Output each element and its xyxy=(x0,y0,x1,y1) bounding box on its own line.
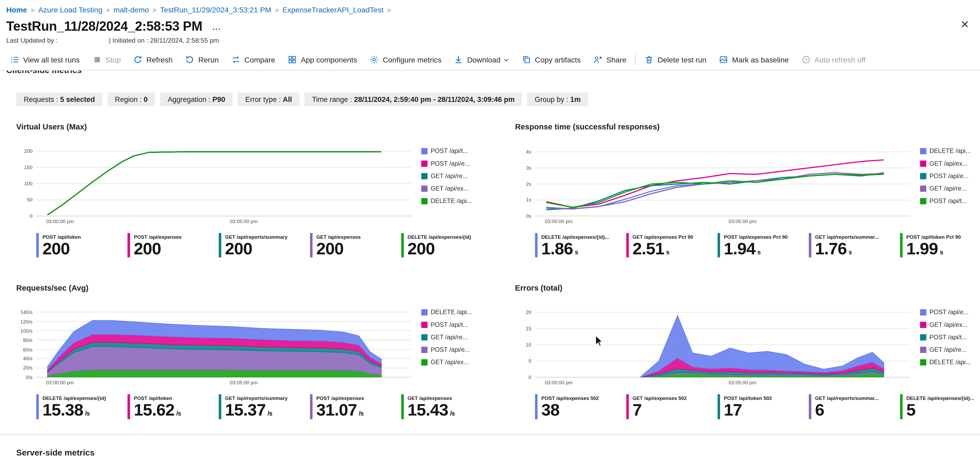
breadcrumb-link-home[interactable]: Home xyxy=(6,6,27,14)
y-tick-label: 0 xyxy=(528,375,531,380)
last-updated-label: Last Updated by : xyxy=(6,36,58,44)
stat-value: 200 xyxy=(225,240,288,258)
legend-item-post-api-e[interactable]: POST /api/e... xyxy=(421,347,479,353)
toolbar-app-components[interactable]: App components xyxy=(282,49,363,70)
legend-item-get-api-re[interactable]: GET /api/re... xyxy=(920,185,978,192)
toolbar-compare[interactable]: Compare xyxy=(225,49,282,70)
chart-canvas-svg xyxy=(36,146,411,216)
chart-canvas xyxy=(535,308,910,377)
legend-item-delete-api[interactable]: DELETE /api... xyxy=(421,309,479,316)
stat-body: GET /api/reports/summary200 xyxy=(225,233,288,258)
filter-pill-aggregation[interactable]: Aggregation : P90 xyxy=(160,92,233,106)
legend-item-get-api-re[interactable]: GET /api/re... xyxy=(920,347,978,353)
legend-item-delete-api[interactable]: DELETE /api... xyxy=(920,359,978,366)
close-button[interactable]: × xyxy=(958,19,971,30)
more-options-button[interactable]: ... xyxy=(212,22,221,32)
legend-label: POST /api/t... xyxy=(431,321,468,328)
toolbar-stop: Stop xyxy=(86,49,127,70)
toolbar-rerun[interactable]: Rerun xyxy=(179,49,225,70)
toolbar-delete-test-run[interactable]: Delete test run xyxy=(638,49,713,70)
filter-value: P90 xyxy=(212,95,225,103)
y-tick-label: 0/s xyxy=(26,375,33,380)
stat-color-bar xyxy=(535,233,538,258)
stat-body: GET /api/reports/summar...1.76s xyxy=(815,233,878,258)
legend-swatch xyxy=(421,160,428,167)
download-icon xyxy=(454,55,463,64)
filter-label: Requests : xyxy=(24,95,60,103)
stat-color-bar xyxy=(718,394,720,419)
refresh-icon xyxy=(133,55,142,64)
filter-pill-group-by[interactable]: Group by : 1m xyxy=(527,92,588,106)
legend-item-post-api-t[interactable]: POST /api/t... xyxy=(421,148,479,154)
stat-card-get-api-expenses: GET /api/expenses15.43/s xyxy=(401,394,479,419)
legend-item-get-api-ex[interactable]: GET /api/ex... xyxy=(920,321,978,328)
legend-swatch xyxy=(920,347,926,353)
stat-unit: /s xyxy=(359,410,363,417)
stat-card-post-api-expenses-502: POST /api/expenses 50238 xyxy=(535,394,613,419)
filter-label: Group by : xyxy=(535,95,570,103)
legend-item-get-api-re[interactable]: GET /api/re... xyxy=(421,334,479,341)
breadcrumb-link-expensetrackerapi-loadtest[interactable]: ExpenseTrackerAPI_LoadTest xyxy=(283,6,384,14)
toolbar-label: Auto refresh off xyxy=(814,55,865,64)
breadcrumb-link-azure-load-testing[interactable]: Azure Load Testing xyxy=(38,6,102,14)
legend-item-post-api-t[interactable]: POST /api/t... xyxy=(920,334,978,341)
toolbar-refresh[interactable]: Refresh xyxy=(127,49,179,70)
stat-value: 200 xyxy=(43,240,81,258)
x-tick-label: 03:05:00 pm xyxy=(230,219,258,224)
legend-item-delete-api[interactable]: DELETE /api... xyxy=(920,148,978,154)
y-tick-label: 1s xyxy=(526,197,531,203)
stat-body: GET /api/expenses15.43/s xyxy=(407,394,455,419)
legend-item-get-api-ex[interactable]: GET /api/ex... xyxy=(421,185,479,192)
x-tick-label: 03:05:00 pm xyxy=(729,219,757,224)
stat-value: 1.76s xyxy=(815,240,878,258)
toolbar-mark-as-baseline[interactable]: Mark as baseline xyxy=(713,49,795,70)
legend-item-get-api-ex[interactable]: GET /api/ex... xyxy=(920,160,978,167)
stat-unit: s xyxy=(666,248,669,255)
toolbar-label: Share xyxy=(606,55,627,64)
legend-item-post-api-t[interactable]: POST /api/t... xyxy=(421,321,479,328)
legend-item-get-api-re[interactable]: GET /api/re... xyxy=(421,172,479,179)
toolbar-view-all-test-runs[interactable]: View all test runs xyxy=(4,49,86,70)
x-axis: 03:00:00 pm03:05:00 pm xyxy=(535,380,910,388)
stat-body: POST /api/token200 xyxy=(43,233,81,258)
legend-item-post-api-t[interactable]: POST /api/t... xyxy=(920,197,978,204)
toolbar-download[interactable]: Download xyxy=(448,49,515,70)
stat-body: GET /api/expenses Pct 902.51s xyxy=(633,233,693,258)
stat-value: 6 xyxy=(815,401,878,419)
filter-pill-time-range[interactable]: Time range : 28/11/2024, 2:59:40 pm - 28… xyxy=(304,92,522,106)
filter-pill-region[interactable]: Region : 0 xyxy=(108,92,155,106)
y-tick-label: 20 xyxy=(526,310,531,315)
breadcrumb-link-testrun-11-29-2024-3-53-21-pm[interactable]: TestRun_11/29/2024_3:53:21 PM xyxy=(160,6,271,14)
chart-stats: DELETE /api/expenses/{id}...1.86sGET /ap… xyxy=(535,233,978,258)
legend-swatch xyxy=(920,309,926,315)
legend-item-post-api-e[interactable]: POST /api/e... xyxy=(421,160,479,167)
legend-item-post-api-e[interactable]: POST /api/e... xyxy=(920,172,978,179)
stat-card-post-api-token-502: POST /api/token 50217 xyxy=(718,394,795,419)
toolbar-label: App components xyxy=(301,55,357,64)
legend-item-post-api-e[interactable]: POST /api/e... xyxy=(920,309,978,316)
toolbar-label: Stop xyxy=(105,55,121,64)
toolbar-configure-metrics[interactable]: Configure metrics xyxy=(363,49,448,70)
x-tick-label: 03:05:00 pm xyxy=(230,380,258,386)
x-tick-label: 03:00:00 pm xyxy=(545,219,573,224)
legend-item-get-api-ex[interactable]: GET /api/ex... xyxy=(421,359,479,366)
toolbar-share[interactable]: Share xyxy=(587,49,633,70)
legend-label: GET /api/re... xyxy=(431,334,468,341)
stat-body: POST /api/token15.62/s xyxy=(134,394,181,419)
stat-color-bar xyxy=(626,233,628,258)
filter-value: 5 selected xyxy=(60,95,95,103)
stat-color-bar xyxy=(310,394,312,419)
breadcrumb-separator: > xyxy=(153,6,156,14)
legend-label: DELETE /api... xyxy=(929,148,971,154)
page-header: TestRun_11/28/2024_2:58:53 PM ... × xyxy=(0,17,980,33)
breadcrumb-link-malt-demo[interactable]: malt-demo xyxy=(114,6,149,14)
filter-pill-requests[interactable]: Requests : 5 selected xyxy=(16,92,102,106)
stat-body: GET /api/reports/summary15.37/s xyxy=(225,394,288,419)
legend-item-delete-api[interactable]: DELETE /api... xyxy=(421,197,479,204)
stat-value: 1.99s xyxy=(907,240,961,258)
legend-swatch xyxy=(920,321,926,328)
chart-legend: DELETE /api...POST /api/t...GET /api/re.… xyxy=(421,308,479,388)
toolbar-copy-artifacts[interactable]: Copy artifacts xyxy=(515,49,587,70)
chart-legend: POST /api/t...POST /api/e...GET /api/re.… xyxy=(421,146,479,227)
filter-pill-error-type[interactable]: Error type : All xyxy=(238,92,299,106)
